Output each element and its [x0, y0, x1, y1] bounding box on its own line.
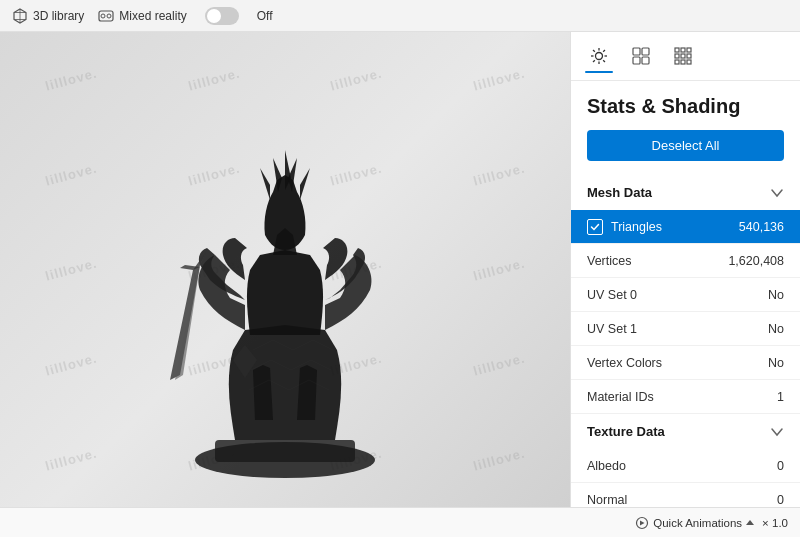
svg-rect-17: [675, 48, 679, 52]
svg-point-4: [596, 53, 603, 60]
tab-grid[interactable]: [669, 42, 697, 70]
uvset1-value: No: [768, 322, 784, 336]
uvset0-value: No: [768, 288, 784, 302]
vertex-colors-value: No: [768, 356, 784, 370]
svg-rect-21: [681, 54, 685, 58]
triangles-row[interactable]: Triangles 540,136: [571, 210, 800, 244]
svg-point-1: [107, 14, 111, 18]
vertices-value: 1,620,408: [728, 254, 784, 268]
3d-library-button[interactable]: 3D library: [12, 8, 84, 24]
chevron-down-icon: [770, 186, 784, 200]
right-panel: Stats & Shading Deselect All Mesh Data T…: [570, 32, 800, 507]
svg-rect-15: [633, 57, 640, 64]
svg-line-9: [593, 50, 595, 52]
zoom-level: × 1.0: [762, 517, 788, 529]
triangles-label: Triangles: [611, 220, 739, 234]
quick-animations[interactable]: Quick Animations: [635, 516, 754, 530]
tab-sun[interactable]: [585, 42, 613, 70]
albedo-label: Albedo: [587, 459, 777, 473]
svg-rect-25: [687, 60, 691, 64]
3d-library-label: 3D library: [33, 9, 84, 23]
normal-value: 0: [777, 493, 784, 507]
vertices-row: Vertices 1,620,408: [571, 244, 800, 278]
svg-line-11: [603, 50, 605, 52]
off-label: Off: [257, 9, 273, 23]
quick-animations-label: Quick Animations: [653, 517, 742, 529]
texture-data-section-header[interactable]: Texture Data: [571, 414, 800, 449]
svg-rect-13: [633, 48, 640, 55]
material-ids-row: Material IDs 1: [571, 380, 800, 414]
material-ids-label: Material IDs: [587, 390, 777, 404]
vertex-colors-label: Vertex Colors: [587, 356, 768, 370]
albedo-row: Albedo 0: [571, 449, 800, 483]
quick-anim-icon: [635, 516, 649, 530]
svg-rect-3: [215, 440, 355, 462]
texture-data-label: Texture Data: [587, 424, 665, 439]
uvset0-label: UV Set 0: [587, 288, 768, 302]
panel-title: Stats & Shading: [571, 81, 800, 126]
albedo-value: 0: [777, 459, 784, 473]
material-ids-value: 1: [777, 390, 784, 404]
uvset0-row: UV Set 0 No: [571, 278, 800, 312]
svg-rect-23: [675, 60, 679, 64]
svg-rect-22: [687, 54, 691, 58]
triangles-value: 540,136: [739, 220, 784, 234]
uvset1-row: UV Set 1 No: [571, 312, 800, 346]
main-content: lilllove. lilllove. lilllove. lilllove. …: [0, 32, 800, 507]
vertex-colors-row: Vertex Colors No: [571, 346, 800, 380]
svg-rect-14: [642, 48, 649, 55]
chevron-down-icon-2: [770, 425, 784, 439]
model-3d: [115, 50, 455, 490]
svg-point-0: [101, 14, 105, 18]
mixed-reality-toggle[interactable]: [205, 7, 239, 25]
svg-line-12: [593, 60, 595, 62]
svg-rect-18: [681, 48, 685, 52]
topbar-left: 3D library Mixed reality Off: [12, 7, 273, 25]
mixed-reality-label: Mixed reality: [119, 9, 186, 23]
deselect-all-button[interactable]: Deselect All: [587, 130, 784, 161]
viewer-area[interactable]: lilllove. lilllove. lilllove. lilllove. …: [0, 32, 570, 507]
svg-rect-16: [642, 57, 649, 64]
svg-line-10: [603, 60, 605, 62]
mesh-data-section-header[interactable]: Mesh Data: [571, 175, 800, 210]
normal-row: Normal 0: [571, 483, 800, 507]
normal-label: Normal: [587, 493, 777, 507]
svg-rect-20: [675, 54, 679, 58]
svg-rect-24: [681, 60, 685, 64]
topbar: 3D library Mixed reality Off: [0, 0, 800, 32]
mixed-reality-item: Mixed reality: [98, 8, 186, 24]
svg-rect-19: [687, 48, 691, 52]
bottom-bar: Quick Animations × 1.0: [0, 507, 800, 537]
mesh-data-label: Mesh Data: [587, 185, 652, 200]
tab-icons: [571, 32, 800, 81]
vertices-label: Vertices: [587, 254, 728, 268]
chevron-up-icon: [746, 520, 754, 525]
uvset1-label: UV Set 1: [587, 322, 768, 336]
triangles-checkbox[interactable]: [587, 219, 603, 235]
tab-layout[interactable]: [627, 42, 655, 70]
